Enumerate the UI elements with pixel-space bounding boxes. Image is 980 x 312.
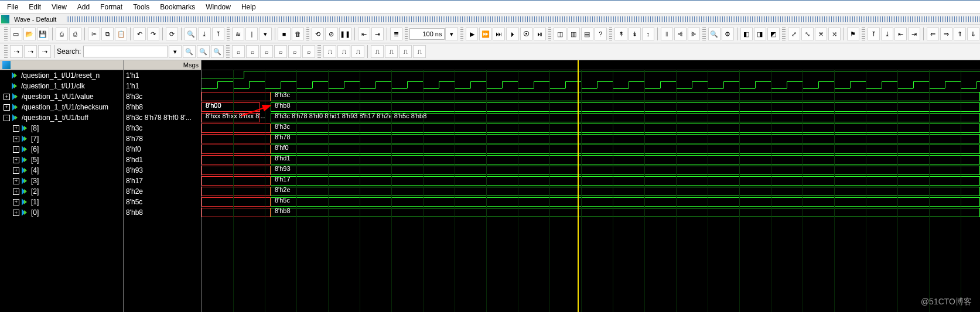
menu-add[interactable]: Add	[73, 2, 94, 12]
search-input[interactable]	[83, 46, 168, 57]
undo-button[interactable]: ↶	[134, 28, 146, 40]
signal-values-list[interactable]: 1'h11'h18'h3c8'hb88'h3c 8'h78 8'hf0 8'..…	[124, 70, 201, 312]
toolbar-grip[interactable]	[609, 28, 613, 40]
signal-row[interactable]: /question_1_t/U1/clk	[0, 81, 123, 91]
pause-button[interactable]: ❚❚	[339, 28, 351, 40]
help-button[interactable]: ?	[595, 28, 607, 40]
layout1-button[interactable]: ◫	[554, 28, 566, 40]
restart-button[interactable]: ⟲	[312, 28, 324, 40]
signal-row[interactable]: +[5]	[0, 155, 123, 165]
menu-help[interactable]: Help	[237, 2, 261, 12]
trash-button[interactable]: 🗑	[292, 28, 304, 40]
nav6-button[interactable]: ⇒	[940, 28, 952, 40]
signal-value[interactable]: 8'h17	[124, 176, 201, 186]
save-button[interactable]: 💾	[37, 28, 49, 40]
signal-value[interactable]: 1'h1	[124, 81, 201, 91]
wave1-button[interactable]: ↟	[614, 28, 627, 40]
falling-button[interactable]: ⎍	[337, 45, 350, 58]
tool1-button[interactable]: ◧	[740, 28, 753, 40]
addcursor-button[interactable]: |	[245, 28, 258, 40]
expand-toggle[interactable]: +	[4, 104, 10, 111]
expand-toggle[interactable]: +	[13, 199, 19, 205]
zoom-last-button[interactable]: ⌕	[302, 45, 315, 58]
cut-button[interactable]: ✂	[88, 28, 100, 40]
paste-button[interactable]: 📋	[115, 28, 127, 40]
toolbar-grip[interactable]	[548, 28, 552, 40]
nav-c-button[interactable]: ⇢	[38, 45, 51, 58]
toolbar-grip[interactable]	[226, 45, 230, 58]
expand-toggle[interactable]: +	[13, 188, 19, 195]
signal-row[interactable]: +[1]	[0, 197, 123, 207]
signal-value[interactable]: 8'hf0	[124, 144, 201, 155]
signal-value[interactable]: 1'h1	[124, 70, 201, 81]
run-length-input[interactable]	[409, 28, 445, 40]
zoom1-button[interactable]: ⤢	[788, 28, 800, 40]
search-clear-button[interactable]: 🔍	[211, 45, 224, 58]
search-go-button[interactable]: 🔍	[183, 45, 196, 58]
toolbar-grip[interactable]	[4, 45, 8, 58]
signal-value[interactable]: 8'hb8	[124, 102, 201, 112]
run-length-unit-dropdown[interactable]: ▾	[445, 28, 457, 40]
open-button[interactable]: 📂	[23, 28, 36, 40]
zoom4-button[interactable]: ⤨	[828, 28, 841, 40]
addmarker-button[interactable]: ▾	[259, 28, 271, 40]
sync-button[interactable]: ⟳	[166, 28, 178, 40]
find-button[interactable]: 🔍	[185, 28, 197, 40]
both-button[interactable]: ⎍	[351, 45, 364, 58]
signal-value[interactable]: 8'h3c	[124, 123, 201, 133]
signal-row[interactable]: +[2]	[0, 186, 123, 197]
zoom-in-button[interactable]: ⌕	[232, 45, 245, 58]
menu-file[interactable]: File	[2, 2, 23, 12]
signal-row[interactable]: +[6]	[0, 144, 123, 155]
stop-button[interactable]: ■	[278, 28, 290, 40]
copy-button[interactable]: ⧉	[101, 28, 114, 40]
mark3-button[interactable]: ⎍	[399, 45, 412, 58]
toolbar-grip[interactable]	[317, 45, 321, 58]
list-button[interactable]: ≣	[390, 28, 402, 40]
signal-row[interactable]: +[4]	[0, 165, 123, 176]
expand-toggle[interactable]: -	[4, 115, 10, 121]
menu-view[interactable]: View	[47, 2, 71, 12]
signal-row[interactable]: +[3]	[0, 176, 123, 186]
nav2-button[interactable]: ⤓	[881, 28, 893, 40]
nav5-button[interactable]: ⇐	[927, 28, 939, 40]
nav4-button[interactable]: ⇥	[908, 28, 920, 40]
signal-value[interactable]: 8'h5c	[124, 197, 201, 207]
expand-toggle[interactable]: +	[13, 178, 19, 184]
find2-button[interactable]: ⚙	[722, 28, 734, 40]
group3-button[interactable]: ⫸	[688, 28, 700, 40]
rising-button[interactable]: ⎍	[323, 45, 336, 58]
run1-button[interactable]: ▶	[466, 28, 478, 40]
toolbar-grip[interactable]	[862, 28, 865, 40]
toolbar-grip[interactable]	[227, 28, 230, 40]
redo-button[interactable]: ↷	[147, 28, 159, 40]
signal-row[interactable]: +[0]	[0, 207, 123, 218]
expand-toggle[interactable]: +	[13, 136, 19, 142]
nav-b-button[interactable]: ⇢	[24, 45, 37, 58]
time-cursor[interactable]	[578, 60, 579, 312]
search-history-dropdown[interactable]: ▾	[169, 45, 182, 58]
expand-toggle[interactable]: +	[13, 157, 19, 163]
toolbar-grip[interactable]	[4, 28, 8, 40]
group1-button[interactable]: ⫴	[661, 28, 673, 40]
menu-window[interactable]: Window	[201, 2, 235, 12]
signal-row[interactable]: +/question_1_t/U1/value	[0, 91, 123, 102]
signal-value[interactable]: 8'hd1	[124, 155, 201, 165]
wave-canvas[interactable]: 8'h3c8'h008'hb88'h008'hxx 8'hxx 8'hxx 8'…	[202, 60, 980, 312]
mark4-button[interactable]: ⎍	[413, 45, 426, 58]
toolbar-grip[interactable]	[782, 28, 786, 40]
expand-toggle[interactable]: +	[13, 125, 19, 132]
menu-format[interactable]: Format	[95, 2, 127, 12]
search-opts-button[interactable]: 🔍	[197, 45, 210, 58]
nav1-button[interactable]: ⤒	[868, 28, 880, 40]
menu-tools[interactable]: Tools	[128, 2, 154, 12]
nav7-button[interactable]: ⇑	[954, 28, 966, 40]
layout2-button[interactable]: ▥	[568, 28, 580, 40]
find1-button[interactable]: 🔍	[708, 28, 721, 40]
zoom-fit-button[interactable]: ⌕	[274, 45, 287, 58]
print-button[interactable]: ⎙	[56, 28, 68, 40]
layout3-button[interactable]: ▤	[581, 28, 593, 40]
run3-button[interactable]: ⏭	[493, 28, 505, 40]
toolbar-grip[interactable]	[702, 28, 706, 40]
mark1-button[interactable]: ⎍	[371, 45, 384, 58]
